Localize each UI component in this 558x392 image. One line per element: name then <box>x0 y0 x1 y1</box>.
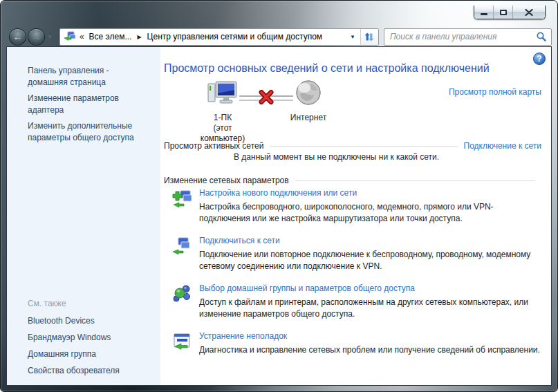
internet-globe-icon <box>295 79 322 106</box>
question-mark-icon: ? <box>537 54 541 64</box>
client-area: Панель управления - домашняя страница Из… <box>6 46 552 386</box>
task-connect-to-network[interactable]: Подключиться к сети Подключение или повт… <box>171 236 541 272</box>
internet-label: Интернет <box>283 113 333 123</box>
forward-icon: → <box>32 32 41 41</box>
change-settings-heading: Изменение сетевых параметров <box>164 176 289 185</box>
see-also-heading: См. также <box>28 299 151 308</box>
task-new-connection[interactable]: Настройка нового подключения или сети На… <box>171 188 541 225</box>
search-box <box>384 28 552 46</box>
sidebar-item-advanced-sharing[interactable]: Изменить дополнительные параметры общего… <box>28 120 151 144</box>
map-internet[interactable]: Интернет <box>283 79 333 123</box>
close-icon <box>525 9 533 16</box>
address-bar[interactable]: « Все элем... ▶ Центр управления сетями … <box>59 28 379 46</box>
window-controls <box>474 6 546 19</box>
connect-to-network-link[interactable]: Подключение к сети <box>464 141 541 151</box>
active-networks-heading: Просмотр активных сетей <box>164 141 263 151</box>
task-description: Настройка беспроводного, широкополосного… <box>199 201 541 225</box>
connect-network-icon <box>171 236 192 272</box>
maximize-icon <box>500 10 507 15</box>
task-description: Диагностика и исправление сетевых пробле… <box>199 344 540 356</box>
sidebar-item-windows-firewall[interactable]: Брандмауэр Windows <box>28 332 151 343</box>
task-homegroup-sharing[interactable]: Выбор домашней группы и параметров общег… <box>171 283 541 320</box>
task-title[interactable]: Выбор домашней группы и параметров общег… <box>199 283 541 293</box>
sidebar-item-homegroup[interactable]: Домашняя группа <box>28 348 151 360</box>
task-list: Настройка нового подключения или сети На… <box>171 188 541 367</box>
active-networks-section: Просмотр активных сетей Подключение к се… <box>164 141 541 151</box>
section-rule <box>270 146 457 147</box>
back-icon: ← <box>13 32 23 41</box>
address-dropdown-icon[interactable]: ▼ <box>345 34 360 40</box>
map-computer[interactable]: 1-ПК (этот компьютер) <box>198 79 248 144</box>
change-settings-section: Изменение сетевых параметров <box>164 176 541 185</box>
sidebar-item-adapter-settings[interactable]: Изменение параметров адаптера <box>28 93 151 116</box>
toolbar: ← → ▼ « Все элем... ▶ Центр управления с… <box>6 26 552 47</box>
troubleshoot-icon <box>171 331 192 356</box>
search-input[interactable] <box>390 32 536 41</box>
network-center-breadcrumb-icon <box>63 31 77 42</box>
main-content: ? Просмотр основных сведений о сети и на… <box>160 47 551 385</box>
task-description: Подключение или повторное подключение к … <box>199 249 541 272</box>
computer-name: 1-ПК <box>198 113 248 123</box>
sidebar-item-control-panel-home[interactable]: Панель управления - домашняя страница <box>28 65 151 88</box>
back-button[interactable]: ← <box>9 28 26 46</box>
sidebar-item-bluetooth-devices[interactable]: Bluetooth Devices <box>28 315 151 326</box>
sidebar: Панель управления - домашняя страница Из… <box>7 47 160 385</box>
desktop-computer-icon <box>207 79 239 106</box>
forward-button[interactable]: → <box>28 28 45 46</box>
recent-pages-chevron-icon[interactable]: ▼ <box>47 34 53 40</box>
task-title[interactable]: Настройка нового подключения или сети <box>199 188 541 198</box>
explorer-window: ← → ▼ « Все элем... ▶ Центр управления с… <box>0 0 558 392</box>
nav-buttons: ← → ▼ <box>9 28 55 46</box>
homegroup-icon <box>171 283 192 320</box>
task-troubleshoot[interactable]: Устранение неполадок Диагностика и испра… <box>171 331 541 356</box>
task-title[interactable]: Устранение неполадок <box>199 331 540 341</box>
breadcrumb-overflow-chevron[interactable]: « <box>77 32 86 41</box>
new-connection-icon <box>171 188 192 225</box>
minimize-button[interactable] <box>474 6 494 19</box>
minimize-icon <box>481 13 487 15</box>
search-magnifier-icon[interactable] <box>536 31 547 42</box>
breadcrumb-separator-icon[interactable]: ▶ <box>135 34 143 40</box>
section-rule <box>295 180 535 181</box>
no-network-status: В данный момент вы не подключены ни к ка… <box>234 152 439 162</box>
task-title[interactable]: Подключиться к сети <box>199 236 541 245</box>
help-button[interactable]: ? <box>533 53 546 65</box>
broken-connection-x-icon[interactable] <box>259 90 274 107</box>
sidebar-item-internet-options[interactable]: Свойства обозревателя <box>28 365 151 376</box>
maximize-button[interactable] <box>494 6 513 19</box>
refresh-button[interactable] <box>360 29 378 45</box>
breadcrumb-root[interactable]: Все элем... <box>86 32 136 41</box>
see-also-group: См. также Bluetooth Devices Брандмауэр W… <box>28 299 151 382</box>
task-description: Доступ к файлам и принтерам, расположенн… <box>199 297 541 320</box>
close-button[interactable] <box>513 6 545 19</box>
page-title: Просмотр основных сведений о сети и наст… <box>164 62 490 75</box>
view-full-map-link[interactable]: Просмотр полной карты <box>449 87 541 97</box>
refresh-icon <box>364 32 375 42</box>
breadcrumb-current[interactable]: Центр управления сетями и общим доступом <box>144 32 326 41</box>
